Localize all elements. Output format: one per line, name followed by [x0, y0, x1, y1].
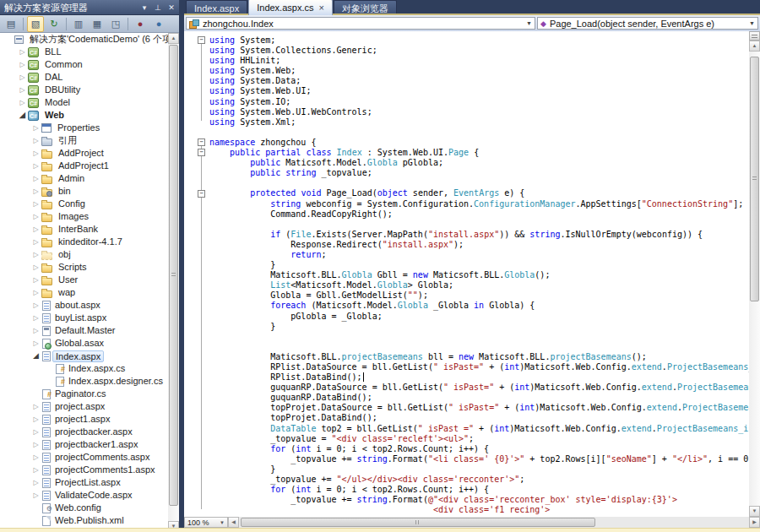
view-code-button[interactable]: ▥	[70, 16, 87, 32]
code-line[interactable]: Maticsoft.BLL.Globla Gbll = new Maticsof…	[209, 270, 749, 280]
code-editor[interactable]: −−−− using System;using System.Collectio…	[184, 31, 749, 517]
code-line[interactable]: guquanRP.DataBind();	[209, 393, 749, 403]
code-line[interactable]: public string _topvalue;	[209, 168, 749, 178]
tab-index-aspx[interactable]: Index.aspx	[186, 0, 247, 15]
tree-item-default-master[interactable]: ▷Default.Master	[0, 324, 168, 337]
expand-arrow-icon[interactable]: ▷	[30, 413, 41, 426]
code-line[interactable]	[209, 220, 749, 230]
editor-vertical-scrollbar[interactable]: ▲ ▼	[749, 31, 760, 517]
tree-item-paginator-cs[interactable]: Paginator.cs	[0, 388, 168, 400]
expand-arrow-icon[interactable]: ▷	[30, 451, 41, 464]
expand-arrow-icon[interactable]: ▷	[17, 58, 28, 71]
refresh-button[interactable]: ↻	[46, 16, 62, 32]
expand-arrow-icon[interactable]: ▷	[30, 236, 41, 248]
code-line[interactable]: }	[209, 260, 749, 270]
method-dropdown[interactable]: ◆ Page_Load(object sender, EventArgs e) …	[537, 17, 758, 30]
code-line[interactable]: using System.Collections.Generic;	[209, 46, 749, 56]
code-line[interactable]: Command.ReadCopyRight();	[209, 209, 749, 220]
close-tab-icon[interactable]: ×	[318, 3, 323, 12]
collapse-region-icon[interactable]: −	[198, 138, 205, 146]
expand-arrow-icon[interactable]: ▷	[30, 464, 41, 476]
hscroll-thumb[interactable]	[241, 518, 595, 527]
scroll-left-icon[interactable]: ◀	[228, 517, 239, 528]
expand-arrow-icon[interactable]: ▷	[30, 172, 41, 185]
tree-item-obj[interactable]: ▷obj	[0, 248, 168, 261]
expand-arrow-icon[interactable]: ▷	[30, 261, 41, 274]
code-line[interactable]	[209, 332, 749, 342]
tree-item-images[interactable]: ▷Images	[0, 210, 168, 223]
expand-arrow-icon[interactable]: ▷	[30, 299, 41, 312]
code-line[interactable]: <div class='f1 recing'>	[209, 505, 749, 515]
expand-arrow-icon[interactable]: ▷	[30, 134, 41, 147]
show-all-files-button[interactable]: ▧	[27, 16, 44, 32]
code-line[interactable]: return;	[209, 250, 749, 260]
tree-item-bll[interactable]: ▷BLL	[0, 46, 168, 58]
zoom-selector[interactable]: 100 % ▼	[184, 517, 228, 528]
code-line[interactable]: using System.Data;	[209, 76, 749, 86]
expand-arrow-icon[interactable]: ▷	[30, 324, 41, 337]
expand-arrow-icon[interactable]: ▷	[30, 476, 41, 489]
code-line[interactable]: }	[209, 464, 749, 475]
class-dropdown[interactable]: zhongchou.Index ▼	[186, 17, 535, 30]
tree-item-user[interactable]: ▷User	[0, 274, 168, 286]
code-line[interactable]: using System.Web.UI;	[209, 86, 749, 96]
editor-scrollbar-thumb[interactable]	[750, 57, 759, 301]
expand-arrow-icon[interactable]: ▷	[17, 46, 28, 58]
close-icon[interactable]: ✕	[166, 0, 176, 15]
code-line[interactable]: for (int i = 0; i < top2.Rows.Count; i++…	[209, 485, 749, 495]
code-line[interactable]: _topvalue += string.Format("<li class=' …	[209, 454, 749, 464]
code-line[interactable]: RPlist.DataBind();	[209, 372, 749, 383]
tree-item-common[interactable]: ▷Common	[0, 58, 168, 71]
tree-item-addproject[interactable]: ▷AddProject	[0, 147, 168, 160]
collapse-region-icon[interactable]: −	[198, 149, 205, 156]
expand-arrow-icon[interactable]: ▷	[30, 147, 41, 160]
code-line[interactable]	[209, 128, 749, 138]
code-line[interactable]: topProjet.DataBind();	[209, 413, 749, 423]
tree-item-index-aspx-designer-cs[interactable]: Index.aspx.designer.cs	[0, 375, 168, 388]
code-line[interactable]	[209, 342, 749, 352]
expand-arrow-icon[interactable]: ▷	[30, 286, 41, 299]
pin-icon[interactable]: ⊥	[153, 0, 163, 15]
scroll-right-icon[interactable]: ▶	[749, 517, 760, 528]
scroll-up-icon[interactable]: ▲	[168, 33, 179, 44]
code-line[interactable]: for (int i = 0; i < top2.Rows.Count; i++…	[209, 444, 749, 454]
view-designer-button[interactable]: ▦	[89, 16, 106, 32]
code-line[interactable]: List<Maticsoft.Model.Globla> Globla;	[209, 280, 749, 290]
tree-item-解决方案-codematicdemo-6-个项目[interactable]: 解决方案'CodematicDemo' (6 个项目)	[0, 33, 168, 46]
code-line[interactable]: protected void Page_Load(object sender, …	[209, 188, 749, 198]
tree-item-global-asax[interactable]: ▷Global.asax	[0, 337, 168, 350]
tree-item-kindeditor-4-1-7[interactable]: ▷kindeditor-4.1.7	[0, 236, 168, 248]
code-line[interactable]: using System.IO;	[209, 97, 749, 107]
code-line[interactable]: if (File.Exists(Server.MapPath("install.…	[209, 230, 749, 240]
code-line[interactable]: public partial class Index : System.Web.…	[209, 148, 749, 158]
expand-arrow-icon[interactable]: ▷	[30, 426, 41, 438]
tree-item-web[interactable]: ◢Web	[0, 109, 168, 122]
code-line[interactable]: topProjet.DataSource = bll.GetList(" isP…	[209, 403, 749, 413]
tree-item-web-publish-xml[interactable]: Web.Publish.xml	[0, 514, 168, 527]
expand-arrow-icon[interactable]: ◢	[30, 350, 41, 362]
code-line[interactable]: _topvalue = "<div class='recleft'><ul>";	[209, 434, 749, 444]
addin-blue-button[interactable]: ●	[150, 16, 167, 32]
code-line[interactable]: }	[209, 322, 749, 332]
expand-arrow-icon[interactable]: ◢	[17, 109, 28, 122]
expand-arrow-icon[interactable]: ▷	[30, 337, 41, 350]
expand-arrow-icon[interactable]: ▷	[30, 185, 41, 198]
scroll-up-icon[interactable]: ▲	[749, 41, 760, 52]
expand-arrow-icon[interactable]: ▷	[17, 84, 28, 96]
code-line[interactable]: _topvalue += string.Format(@"<div class=…	[209, 495, 749, 505]
tree-item-scripts[interactable]: ▷Scripts	[0, 261, 168, 274]
code-line[interactable]: RPlist.DataSource = bll.GetList(" isPast…	[209, 362, 749, 372]
code-line[interactable]: DataTable top2 = bll.GetList(" isPast ="…	[209, 424, 749, 434]
expand-arrow-icon[interactable]: ▷	[30, 210, 41, 223]
tree-item-config[interactable]: ▷Config	[0, 198, 168, 210]
expand-arrow-icon[interactable]: ▷	[30, 312, 41, 324]
tree-item-project-aspx[interactable]: ▷project.aspx	[0, 400, 168, 413]
expand-arrow-icon[interactable]: ▷	[30, 400, 41, 413]
expand-arrow-icon[interactable]: ▷	[30, 198, 41, 210]
tree-item-projectbacker1-aspx[interactable]: ▷projectbacker1.aspx	[0, 438, 168, 451]
code-line[interactable]: using System.Xml;	[209, 117, 749, 128]
code-line[interactable]: namespace zhongchou {	[209, 138, 749, 148]
tree-item-about-aspx[interactable]: ▷about.aspx	[0, 299, 168, 312]
tree-item-interbank[interactable]: ▷InterBank	[0, 223, 168, 236]
expand-arrow-icon[interactable]: ▷	[30, 489, 41, 502]
